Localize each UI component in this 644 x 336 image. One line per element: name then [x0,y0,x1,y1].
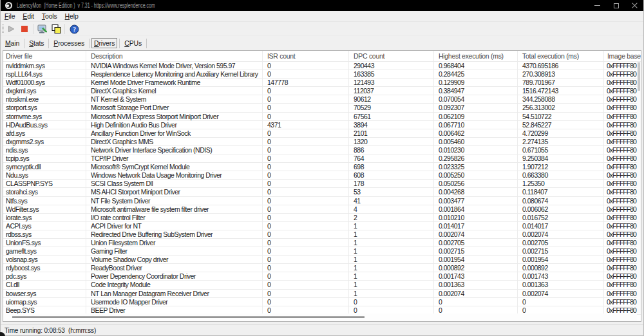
table-row[interactable]: pdc.sys Power Dependency Coordinator Dri… [3,272,641,281]
table-row[interactable]: iorate.sys I/O rate control Filter 0 2 0… [3,214,641,222]
column-header-isr-count[interactable]: ISR count [263,51,349,61]
cell-isr-count: 0 [263,146,349,154]
cell-driver-file: rdyboost.sys [3,264,86,272]
table-row[interactable]: volsnap.sys Volume Shadow Copy driver 0 … [3,256,641,264]
table-row[interactable]: nvlddmkm.sys NVIDIA Windows Kernel Mode … [3,62,641,70]
cell-isr-count: 0 [263,197,349,205]
table-row[interactable]: HDAudBus.sys High Definition Audio Bus D… [3,121,641,129]
table-row[interactable]: symcryptk.dll Microsoft® SymCrypt Kernel… [3,163,641,171]
menu-edit[interactable]: Edit [19,12,38,20]
table-row[interactable]: Ndu.sys Windows Network Data Usage Monit… [3,171,641,180]
table-row[interactable]: ndis.sys Network Driver Interface Specif… [3,146,641,154]
table-row[interactable]: Wdf01000.sys Kernel Mode Driver Framewor… [3,79,641,87]
drivers-table: Driver file Description ISR count DPC co… [3,50,641,322]
cell-highest-execution: 0.002705 [434,239,518,247]
cell-description: Code Integrity Module [86,281,263,288]
help-icon: ? [70,24,79,34]
cell-description: Volume Shadow Copy driver [86,256,263,263]
table-row[interactable]: ACPI.sys ACPI Driver for NT 0 1 0.014017… [3,222,641,230]
column-header-highest-execution[interactable]: Highest execution (ms) [434,51,518,61]
table-row[interactable]: afd.sys Ancillary Function Driver for Wi… [3,129,641,138]
table-row[interactable]: gameflt.sys Gaming Filter 0 1 0.002715 0… [3,247,641,256]
cell-isr-count: 0 [263,129,349,137]
cell-dpc-count: 1 [349,239,434,247]
table-row[interactable]: dxgmms2.sys DirectX Graphics MMS 0 1320 … [3,138,641,146]
table-row[interactable]: rspLLL64.sys Resplendence Latency Monito… [3,70,641,79]
cell-dpc-count: 90612 [349,95,434,103]
close-button[interactable] [625,0,644,11]
status-bar: Time running: 0:08:53 (h:mm:ss) [1,324,643,335]
cell-highest-execution: 0.062109 [434,113,518,120]
cell-description: I/O rate control Filter [86,214,263,221]
tab-separator [24,39,24,48]
cell-total-execution: 2.274135 [518,138,604,145]
cell-driver-file: WdFilter.sys [3,205,86,213]
tab-bar: Main Stats Processes Drivers CPUs [1,37,643,50]
table-row[interactable]: WdFilter.sys Microsoft antimalware file … [3,205,641,214]
maximize-button[interactable] [607,0,625,11]
cell-highest-execution: 0.384947 [434,87,518,95]
cell-total-execution: 0.118407 [518,188,604,196]
start-monitor-button[interactable] [5,23,17,35]
horizontal-scrollbar[interactable] [3,313,637,321]
menu-tools[interactable]: Tools [38,12,61,20]
tab-stats[interactable]: Stats [26,38,46,48]
cell-description: NVIDIA Windows Kernel Mode Driver, Versi… [86,62,263,70]
time-running-label: Time running: 0:08:53 (h:mm:ss) [1,327,96,334]
cell-isr-count: 0 [263,104,349,111]
horizontal-scrollbar-thumb[interactable] [12,316,365,318]
column-header-description[interactable]: Description [86,51,263,61]
menu-file[interactable]: File [1,12,19,20]
help-button[interactable]: ? [68,23,80,35]
table-row[interactable]: uiomap.sys Usermode IO Mapper Driver 0 0… [3,298,641,306]
cell-driver-file: volsnap.sys [3,256,86,263]
tab-drivers[interactable]: Drivers [91,38,117,48]
windows-report-button[interactable] [50,23,62,35]
table-row[interactable]: UnionFS.sys Union Filesystem Driver 0 1 … [3,239,641,247]
toolbar: ? [1,23,643,36]
tab-main[interactable]: Main [3,38,22,48]
cell-description: TCP/IP Driver [86,154,263,162]
vertical-scrollbar[interactable] [637,62,641,313]
tab-separator [119,39,120,48]
table-header: Driver file Description ISR count DPC co… [3,51,641,62]
tab-processes[interactable]: Processes [51,38,87,48]
cell-image-base: 0xFFFFF80 [604,154,641,162]
table-row[interactable]: dxgkrnl.sys DirectX Graphics Kernel 0 11… [3,87,641,95]
cell-image-base: 0xFFFFF80 [604,121,641,129]
table-row[interactable]: tcpip.sys TCP/IP Driver 0 764 0.295826 9… [3,154,641,163]
menu-help[interactable]: Help [61,12,82,20]
table-row[interactable]: ntoskrnl.exe NT Kernel & System 0 90612 … [3,95,641,104]
analyze-button[interactable] [36,23,49,35]
cell-dpc-count: 290443 [349,62,434,70]
table-row[interactable]: CLASSPNP.SYS SCSI Class System Dll 0 178… [3,180,641,188]
column-header-image-base[interactable]: Image base [604,51,641,61]
table-row[interactable]: CI.dll Code Integrity Module 0 1 0.00136… [3,281,641,289]
column-header-total-execution[interactable]: Total execution (ms) [518,51,604,61]
cell-driver-file: dxgmms2.sys [3,138,86,145]
cell-total-execution: 270.308913 [518,70,604,78]
cell-isr-count: 0 [263,239,349,247]
table-row[interactable]: storahci.sys MS AHCI Storport Miniport D… [3,188,641,196]
column-header-dpc-count[interactable]: DPC count [349,51,434,61]
column-header-driver-file[interactable]: Driver file [3,51,86,61]
table-row[interactable]: rdbss.sys Redirected Drive Buffering Sub… [3,230,641,239]
cell-total-execution: 0.006062 [518,205,604,213]
minimize-button[interactable] [588,0,607,11]
cell-driver-file: CLASSPNP.SYS [3,180,86,187]
vertical-scrollbar-thumb[interactable] [638,62,640,91]
table-row[interactable]: rdyboost.sys ReadyBoost Driver 0 1 0.000… [3,264,641,272]
table-row[interactable]: storport.sys Microsoft Storage Port Driv… [3,104,641,112]
table-row[interactable]: stornvme.sys Microsoft NVM Express Storp… [3,113,641,121]
cell-description: MS AHCI Storport Miniport Driver [86,188,263,196]
cell-driver-file: UnionFS.sys [3,239,86,247]
table-row[interactable]: bowser.sys NT Lan Manager Datagram Recei… [3,290,641,298]
toolbar-gripper [2,24,4,33]
window-title: LatencyMon (Home Edition ) v 7.31 - http… [17,2,155,9]
stop-monitor-button[interactable] [18,23,31,35]
cell-dpc-count: 70529 [349,104,434,111]
cell-image-base: 0xFFFFF80 [604,129,641,137]
cell-total-execution: 344.258088 [518,95,604,103]
tab-cpus[interactable]: CPUs [122,38,144,48]
table-row[interactable]: Ntfs.sys NT File System Driver 0 41 0.00… [3,197,641,205]
